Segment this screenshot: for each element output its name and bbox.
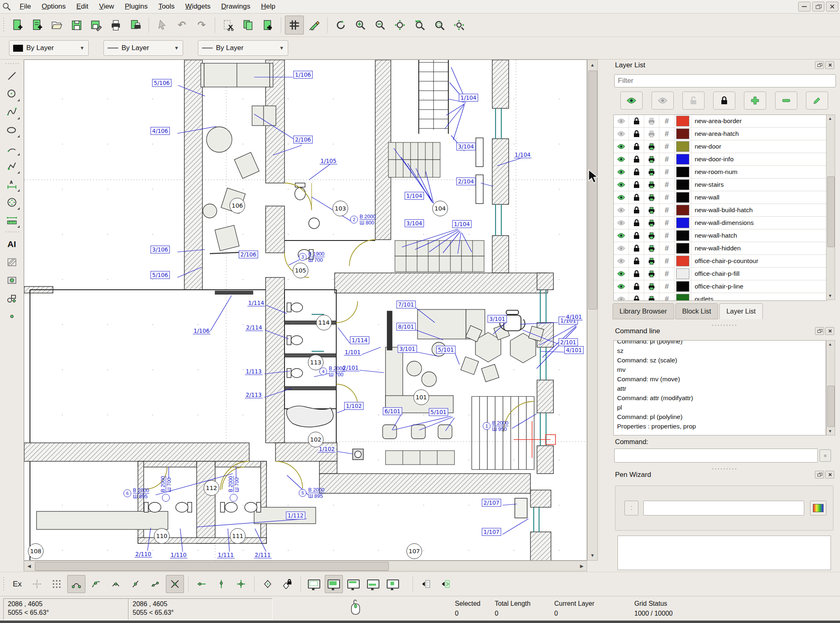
layer-construction-icon[interactable]: #: [659, 140, 675, 153]
layer-construction-icon[interactable]: #: [659, 128, 675, 140]
layer-lock-icon[interactable]: [629, 179, 644, 191]
layer-print-icon[interactable]: [644, 191, 659, 204]
layer-visibility-icon[interactable]: [614, 255, 629, 267]
menu-plugins[interactable]: Plugins: [119, 1, 153, 12]
menu-file[interactable]: File: [14, 1, 36, 12]
layer-color-swatch[interactable]: [675, 166, 691, 178]
layer-visibility-icon[interactable]: [614, 268, 629, 280]
menu-edit[interactable]: Edit: [71, 1, 94, 12]
print-button[interactable]: [106, 16, 125, 34]
layer-row[interactable]: #new-wall-hidden: [614, 242, 826, 255]
layer-row[interactable]: #new-wall-dimensions: [614, 217, 826, 229]
pen-wizard-mode-button[interactable]: ⁚: [624, 501, 638, 515]
line-type-combobox[interactable]: By Layer ▼: [198, 40, 288, 56]
layer-lock-icon[interactable]: [629, 128, 644, 140]
layer-lock-icon[interactable]: [629, 255, 644, 267]
layer-visibility-icon[interactable]: [614, 293, 629, 301]
dimension-tool-button[interactable]: A: [2, 175, 21, 193]
dock-splitter[interactable]: [712, 467, 737, 471]
zoom-out-button[interactable]: [371, 16, 390, 34]
layer-row[interactable]: #new-room-num: [614, 166, 826, 179]
layer-print-icon[interactable]: [644, 140, 659, 153]
command-line-float-button[interactable]: [815, 327, 824, 335]
layer-row[interactable]: #office-chair-p-fill: [614, 268, 826, 280]
layer-print-icon[interactable]: [644, 255, 659, 267]
layer-lock-icon[interactable]: [629, 115, 644, 127]
open-button[interactable]: [47, 16, 66, 34]
layer-row[interactable]: #new-door: [614, 140, 826, 153]
menu-options[interactable]: Options: [36, 1, 71, 12]
snap-distance-button[interactable]: [146, 575, 164, 593]
layer-color-swatch[interactable]: [675, 140, 691, 153]
pen-wizard-combobox[interactable]: ▼: [643, 501, 804, 515]
layer-lock-icon[interactable]: [629, 242, 644, 254]
redraw-button[interactable]: [331, 16, 350, 34]
restore-button[interactable]: [812, 2, 824, 11]
scroll-up-icon[interactable]: ▲: [826, 115, 835, 122]
polyline-tool-button[interactable]: [2, 157, 21, 175]
layer-color-swatch[interactable]: [675, 293, 691, 301]
undo-button[interactable]: ↶: [172, 16, 191, 34]
layer-color-swatch[interactable]: [675, 191, 691, 204]
command-input[interactable]: [614, 449, 818, 463]
snap-grid-button[interactable]: [48, 575, 66, 593]
layer-color-swatch[interactable]: [675, 255, 691, 267]
layer-row[interactable]: #new-wall: [614, 191, 826, 204]
paste-button[interactable]: [258, 16, 277, 34]
layer-row[interactable]: #new-stairs: [614, 179, 826, 191]
cut-button[interactable]: [219, 16, 238, 34]
draft-view-4-button[interactable]: [364, 575, 382, 593]
tab-layer-list[interactable]: Layer List: [719, 303, 763, 319]
drawing-canvas[interactable]: 5/1061/1064/1062/1061/1043/1042/1041/104…: [24, 60, 587, 561]
layer-table-scrollbar[interactable]: ▲ ▼: [826, 115, 835, 300]
block-tool-button[interactable]: [2, 289, 21, 307]
lock-relative-zero-button[interactable]: [278, 575, 296, 593]
layer-visibility-icon[interactable]: [614, 153, 629, 165]
color-combobox[interactable]: By Layer ▼: [9, 40, 89, 56]
dock-splitter[interactable]: [712, 323, 737, 327]
snap-on-entity-button[interactable]: [87, 575, 105, 593]
layer-visibility-icon[interactable]: [614, 128, 629, 140]
zoom-pan-button[interactable]: [450, 16, 468, 34]
scroll-down-icon[interactable]: ▼: [826, 428, 835, 435]
layer-lock-icon[interactable]: [629, 268, 644, 280]
lock-all-layers-button[interactable]: [713, 92, 735, 110]
command-history-scrollbar[interactable]: ▲ ▼: [826, 340, 835, 435]
layer-color-swatch[interactable]: [675, 179, 691, 191]
layer-lock-icon[interactable]: [629, 166, 644, 178]
command-line-close-button[interactable]: [825, 327, 834, 335]
layer-visibility-icon[interactable]: [614, 242, 629, 254]
save-as-button[interactable]: [87, 16, 106, 34]
layer-lock-icon[interactable]: [629, 153, 644, 165]
print-preview-button[interactable]: [126, 16, 145, 34]
layer-print-icon[interactable]: [644, 217, 659, 229]
layer-construction-icon[interactable]: #: [659, 115, 675, 127]
layer-color-swatch[interactable]: [675, 280, 691, 293]
vertical-scroll-thumb[interactable]: [588, 71, 597, 309]
layer-print-icon[interactable]: [644, 115, 659, 127]
scroll-right-icon[interactable]: ▶: [577, 561, 587, 571]
command-options-button[interactable]: ≡: [819, 449, 831, 462]
zoom-window-button[interactable]: [430, 16, 449, 34]
show-all-layers-button[interactable]: [620, 92, 643, 110]
layer-list-close-button[interactable]: [825, 61, 834, 69]
redo-button[interactable]: ↷: [192, 16, 211, 34]
layer-color-swatch[interactable]: [675, 204, 691, 216]
layer-print-icon[interactable]: [644, 128, 659, 140]
scroll-up-icon[interactable]: ▲: [826, 341, 835, 348]
toggle-right-dock-button[interactable]: [437, 575, 455, 593]
snap-middle-button[interactable]: [126, 575, 145, 593]
snap-free-button[interactable]: [28, 575, 46, 593]
remove-layer-button[interactable]: [775, 92, 797, 110]
save-button[interactable]: [67, 16, 86, 34]
layer-row[interactable]: #office-chair-p-line: [614, 280, 826, 293]
layer-lock-icon[interactable]: [629, 280, 644, 293]
layer-print-icon[interactable]: [644, 268, 659, 280]
layer-visibility-icon[interactable]: [614, 229, 629, 242]
ellipse-tool-button[interactable]: [2, 121, 21, 139]
restrict-vertical-button[interactable]: [212, 575, 230, 593]
scroll-down-icon[interactable]: ▼: [826, 292, 835, 300]
layer-filter-input[interactable]: [614, 74, 836, 87]
layer-construction-icon[interactable]: #: [659, 204, 675, 216]
layer-print-icon[interactable]: [644, 153, 659, 165]
